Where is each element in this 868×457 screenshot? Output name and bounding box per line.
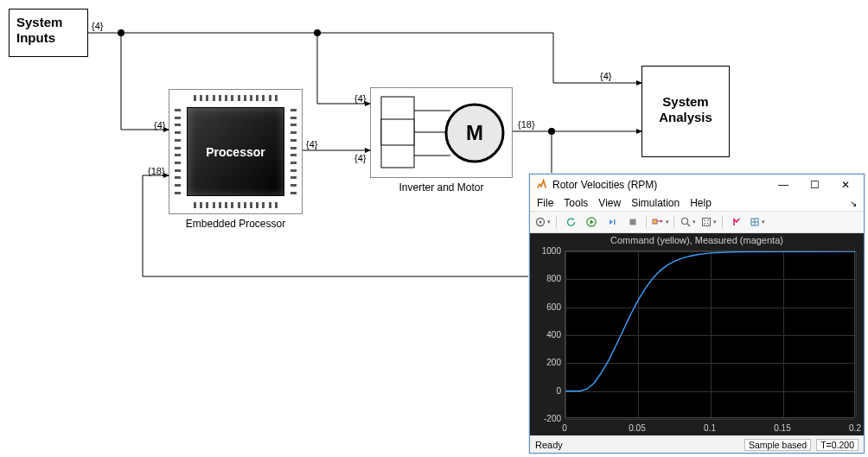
zoom-button[interactable] bbox=[679, 213, 698, 231]
inverter-motor-icon: M bbox=[371, 88, 514, 179]
status-time: T=0.200 bbox=[816, 439, 858, 451]
signal-dim: {4} bbox=[354, 153, 366, 163]
highlight-signal-button[interactable] bbox=[651, 213, 670, 231]
run-button[interactable] bbox=[582, 213, 601, 231]
menu-simulation[interactable]: Simulation bbox=[631, 197, 680, 209]
chip-icon: Processor bbox=[187, 107, 284, 196]
scope-menubar: File Tools View Simulation Help ↘ bbox=[530, 195, 864, 211]
measurements-button[interactable] bbox=[748, 213, 767, 231]
scope-window[interactable]: Rotor Velocities (RPM) — ☐ ✕ File Tools … bbox=[529, 174, 865, 454]
menu-help[interactable]: Help bbox=[690, 197, 712, 209]
signal-dim: {4} bbox=[154, 120, 165, 130]
caption-embedded-processor: Embedded Processor bbox=[169, 218, 303, 230]
minimize-button[interactable]: — bbox=[770, 176, 796, 194]
signal-dim: {18} bbox=[148, 166, 165, 176]
svg-rect-12 bbox=[653, 219, 657, 224]
caption-inverter-motor: Inverter and Motor bbox=[370, 181, 513, 194]
configure-button[interactable] bbox=[533, 213, 552, 231]
block-label: SystemAnalysis bbox=[642, 67, 729, 130]
matlab-icon bbox=[535, 179, 547, 191]
block-system-inputs[interactable]: SystemInputs bbox=[9, 9, 88, 57]
scope-statusbar: Ready Sample based T=0.200 bbox=[530, 435, 864, 453]
step-forward-button[interactable] bbox=[603, 213, 622, 231]
svg-rect-15 bbox=[703, 219, 711, 226]
scope-title: Rotor Velocities (RPM) bbox=[552, 179, 657, 191]
chip-label: Processor bbox=[206, 145, 265, 159]
maximize-button[interactable]: ☐ bbox=[801, 176, 827, 194]
block-system-analysis[interactable]: SystemAnalysis bbox=[641, 66, 730, 157]
cursor-measure-button[interactable] bbox=[727, 213, 746, 231]
signal-dim: {4} bbox=[354, 93, 366, 104]
scope-plot[interactable]: Command (yellow), Measured (magenta) ⤢ -… bbox=[530, 233, 864, 435]
signal-dim: {18} bbox=[518, 119, 535, 130]
svg-point-13 bbox=[682, 219, 688, 225]
menu-file[interactable]: File bbox=[537, 197, 553, 209]
svg-line-14 bbox=[687, 224, 690, 226]
signal-junction bbox=[548, 128, 555, 135]
autoscale-button[interactable] bbox=[699, 213, 718, 231]
signal-dim: {4} bbox=[306, 139, 317, 149]
signal-dim: {4} bbox=[600, 71, 611, 81]
block-label: SystemInputs bbox=[10, 10, 87, 51]
svg-text:M: M bbox=[466, 121, 483, 144]
signal-junction bbox=[118, 29, 124, 36]
simulink-canvas[interactable]: SystemInputs Processor Embedded Processo… bbox=[0, 0, 868, 457]
restore-down-icon[interactable]: ↘ bbox=[850, 199, 857, 208]
scope-toolbar bbox=[530, 211, 864, 233]
signal-dim: {4} bbox=[92, 21, 103, 31]
status-mode: Sample based bbox=[744, 439, 811, 451]
svg-point-8 bbox=[539, 221, 542, 224]
block-embedded-processor[interactable]: Processor bbox=[169, 89, 303, 214]
restart-button[interactable] bbox=[561, 213, 580, 231]
signal-junction bbox=[314, 29, 321, 36]
block-inverter-motor[interactable]: M bbox=[370, 87, 513, 178]
close-button[interactable]: ✕ bbox=[833, 176, 858, 194]
svg-rect-1 bbox=[381, 119, 414, 145]
plot-legend: Command (yellow), Measured (magenta) bbox=[530, 233, 864, 245]
scope-titlebar[interactable]: Rotor Velocities (RPM) — ☐ ✕ bbox=[530, 175, 864, 195]
menu-view[interactable]: View bbox=[598, 197, 621, 209]
svg-rect-10 bbox=[614, 219, 616, 225]
svg-rect-11 bbox=[630, 219, 636, 225]
stop-button[interactable] bbox=[623, 213, 642, 231]
status-ready: Ready bbox=[535, 440, 563, 450]
menu-tools[interactable]: Tools bbox=[564, 197, 588, 209]
